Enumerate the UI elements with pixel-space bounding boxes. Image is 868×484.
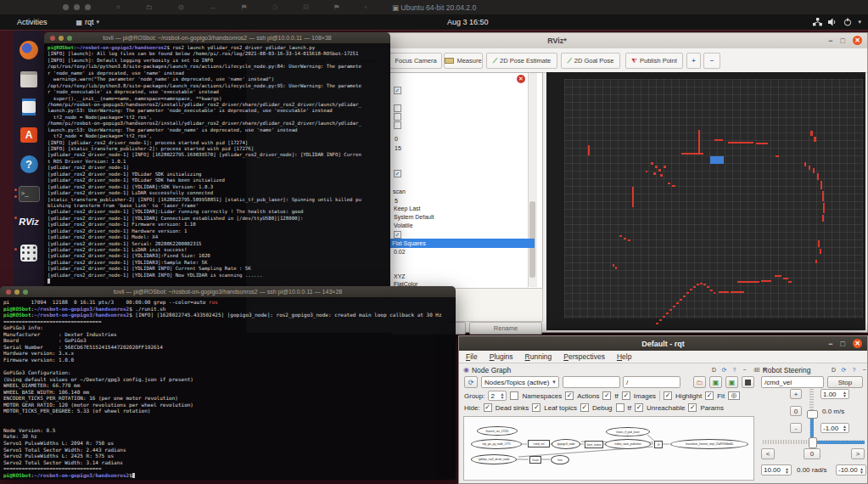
panel-close-icon[interactable]: ✕ xyxy=(517,75,525,83)
node-graph-dock-header[interactable]: ◉ Node Graph xyxy=(463,364,511,375)
checkbox-debug[interactable]: ✓ xyxy=(580,403,589,412)
rqt-window[interactable]: Default - rqt − □ ✕ FilePluginsRunningPe… xyxy=(458,335,868,484)
rviz-tool-measure[interactable]: Measure xyxy=(444,53,483,69)
network-icon[interactable] xyxy=(813,18,822,26)
graph-node[interactable]: /joint_states xyxy=(585,441,603,448)
clock[interactable]: Aug 3 16:50 xyxy=(447,18,489,26)
rviz-tool-focus-camera[interactable]: Focus Camera xyxy=(389,53,442,69)
topic-filter-input[interactable]: / xyxy=(623,376,680,388)
dock-button-0[interactable]: D xyxy=(830,367,837,373)
terminal-window-lidar[interactable]: tovli — pi@ROSbot: ~/rosbot-on-gopigo3/h… xyxy=(44,32,390,286)
save-image2-button[interactable]: ▣ xyxy=(725,376,738,388)
property-checkbox[interactable]: ✓ xyxy=(394,170,401,177)
maximize-icon[interactable]: □ xyxy=(841,37,845,45)
graph-type-combo[interactable]: Nodes/Topics (active) ▼ xyxy=(481,376,559,388)
close-icon[interactable]: ✕ xyxy=(853,36,862,45)
dock-button-2[interactable]: ? xyxy=(850,367,858,373)
dock-button-1[interactable]: ⟳ xyxy=(720,367,728,374)
volume-icon[interactable] xyxy=(828,18,837,26)
graph-node[interactable]: /static_tf_pub_laser xyxy=(606,427,650,436)
app-menu[interactable]: ▦ rqt ▾ xyxy=(76,18,100,26)
property-value-selected[interactable]: Flat Squares xyxy=(389,239,535,248)
terminal2-output[interactable]: pi 17094 12188 0 16:31 pts/3 00:00:00 gr… xyxy=(0,297,456,480)
graph-node[interactable]: /ydlidar_ros2_driver_node xyxy=(471,454,517,464)
rviz-3d-view[interactable] xyxy=(546,72,865,330)
graph-node[interactable]: /launch_ros_17251 xyxy=(477,426,518,436)
angular-velocity-slider[interactable] xyxy=(763,440,865,444)
angular-max-spinbox[interactable]: 10.00▲▼ xyxy=(761,464,792,476)
displays-scrollbar[interactable] xyxy=(528,73,537,287)
graph-node[interactable]: /scan xyxy=(529,456,541,464)
node-filter-input[interactable] xyxy=(563,376,620,388)
linear-zero-button[interactable]: 0 xyxy=(790,406,802,416)
linear-decrease-button[interactable]: - xyxy=(790,423,802,433)
checkbox-highlight[interactable]: ✓ xyxy=(664,391,672,400)
refresh-graph-button[interactable]: ⟳ xyxy=(464,376,478,388)
rviz-tool--[interactable]: − xyxy=(703,53,720,69)
menu-running[interactable]: Running xyxy=(525,352,552,361)
linear-velocity-slider[interactable] xyxy=(809,389,814,438)
terminal2-titlebar[interactable]: tovli — pi@ROSbot: ~/rosbot-on-gopigo3/h… xyxy=(0,286,456,297)
activities-button[interactable]: Activities xyxy=(17,18,48,26)
property-checkbox[interactable] xyxy=(394,113,401,121)
rqt-titlebar[interactable]: Default - rqt − □ ✕ xyxy=(459,336,867,351)
slider-handle[interactable] xyxy=(807,410,818,419)
checkbox-unreachable[interactable]: ✓ xyxy=(635,403,643,412)
dock-item-help[interactable]: ? xyxy=(17,152,41,176)
node-graph-canvas[interactable]: /launch_ros_17251/rqt_gui_py_node_1771/c… xyxy=(463,416,754,481)
graph-node[interactable]: /gopigo3_node xyxy=(552,439,580,449)
graph-node[interactable]: /tf xyxy=(654,441,663,448)
cmd-vel-topic-input[interactable]: /cmd_vel xyxy=(761,376,824,388)
dock-item-firefox[interactable] xyxy=(17,38,41,62)
angular-left-button[interactable]: < xyxy=(761,448,775,459)
save-dot-button[interactable]: 🗀 xyxy=(693,376,706,388)
dock-item-libreoffice-writer[interactable] xyxy=(17,95,41,119)
minimize-icon[interactable]: − xyxy=(828,340,832,348)
linear-min-spinbox[interactable]: -1.00▲▼ xyxy=(820,423,849,433)
chevron-down-icon[interactable]: ▾ xyxy=(858,19,861,25)
dock-item-terminal[interactable]: >_ xyxy=(17,182,41,205)
menu-perspectives[interactable]: Perspectives xyxy=(563,352,605,361)
dock-item-ubuntu-software[interactable]: A xyxy=(17,123,41,147)
maximize-icon[interactable]: □ xyxy=(841,340,845,348)
graph-node[interactable]: /rviz xyxy=(551,455,569,464)
dock-item-files[interactable] xyxy=(17,67,41,91)
terminal1-output[interactable]: pi@ROSbot:~/rosbot-on-gopigo3/handsonros… xyxy=(44,43,390,286)
menu-file[interactable]: File xyxy=(466,352,478,361)
rviz-tool-2d-goal-pose[interactable]: ⟋2D Goal Pose xyxy=(561,53,620,69)
angular-zero-button[interactable]: 0 xyxy=(804,448,820,459)
fit-view-button[interactable]: ◎ xyxy=(728,391,740,400)
checkbox-tf[interactable]: ✓ xyxy=(602,391,611,400)
terminal-window-gopigo[interactable]: tovli — pi@ROSbot: ~/rosbot-on-gopigo3/h… xyxy=(0,286,456,480)
checkbox-leaf-topics[interactable]: ✓ xyxy=(532,403,540,412)
power-icon[interactable] xyxy=(843,18,852,26)
checkbox-params[interactable]: ✓ xyxy=(688,403,697,412)
checkbox-tf[interactable] xyxy=(616,403,624,412)
checkbox-dead-sinks[interactable]: ✓ xyxy=(484,403,492,412)
property-checkbox[interactable] xyxy=(394,104,401,112)
property-checkbox[interactable] xyxy=(394,121,401,129)
checkbox-actions[interactable]: ✓ xyxy=(565,391,574,400)
dock-button-3[interactable]: − xyxy=(741,367,748,373)
dock-button-0[interactable]: D xyxy=(710,367,718,373)
stop-button[interactable]: Stop xyxy=(827,376,863,388)
slider-handle[interactable] xyxy=(809,437,817,448)
dock-button-1[interactable]: ⟳ xyxy=(840,367,848,374)
dock-button-2[interactable]: ? xyxy=(731,367,738,373)
menu-plugins[interactable]: Plugins xyxy=(490,352,513,361)
rviz-tool--[interactable]: + xyxy=(686,53,701,69)
angular-right-button[interactable]: > xyxy=(851,448,865,459)
angular-min-spinbox[interactable]: -10.00▲▼ xyxy=(836,464,866,476)
save-image-button[interactable]: ▣ xyxy=(709,376,722,388)
property-checkbox[interactable]: ✓ xyxy=(394,87,401,94)
minimize-icon[interactable]: − xyxy=(828,37,832,45)
checkbox-images[interactable]: ✓ xyxy=(622,391,630,400)
robot-steering-dock-header[interactable]: ⊞ Robot Steering xyxy=(754,364,810,375)
rename-button[interactable]: Rename xyxy=(469,322,542,335)
linear-max-spinbox[interactable]: 1.00▲▼ xyxy=(820,389,849,399)
dock-button-3[interactable]: − xyxy=(860,367,868,373)
property-checkbox[interactable]: ✓ xyxy=(394,231,401,239)
dock-item-rviz[interactable]: RViz xyxy=(17,210,41,234)
close-icon[interactable]: ✕ xyxy=(853,339,862,348)
graph-node[interactable]: /transform_listener_impl_55d97f06bd40 xyxy=(670,439,748,449)
